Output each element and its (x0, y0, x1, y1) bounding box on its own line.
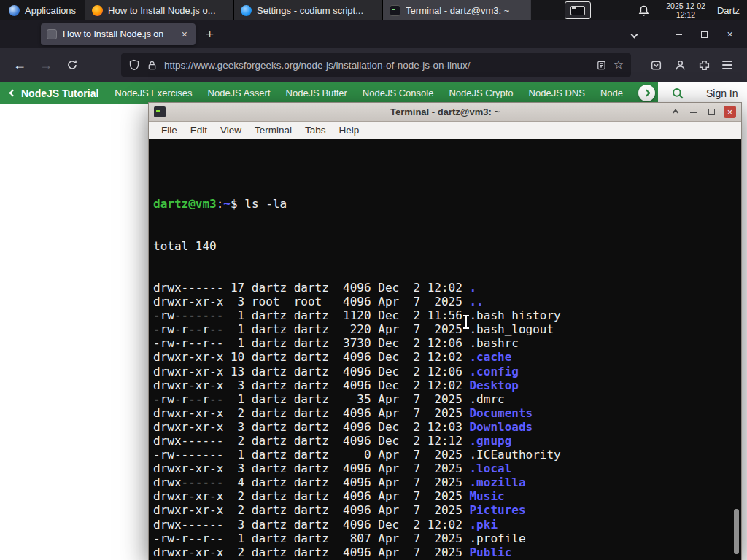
browser-tab-bar: How to Install Node.js on × + × (0, 20, 747, 48)
reload-button[interactable] (61, 54, 83, 76)
taskbar-window-title: How to Install Node.js o... (108, 5, 215, 16)
terminal-line: drwxr-xr-x 3 root root 4096 Apr 7 2025 .… (153, 295, 741, 308)
menu-terminal[interactable]: Terminal (248, 123, 298, 137)
reader-mode-icon[interactable] (596, 60, 607, 71)
forward-button[interactable]: → (35, 54, 57, 76)
terminal-minimize-button[interactable] (687, 106, 700, 118)
terminal-line: drwxr-xr-x 3 dartz dartz 4096 Dec 2 12:0… (153, 420, 741, 434)
terminal-maximize-button[interactable] (705, 106, 718, 118)
terminal-line: drwxr-xr-x 2 dartz dartz 4096 Apr 7 2025… (153, 545, 741, 559)
file-name: .bash_history (469, 308, 560, 322)
new-tab-button[interactable]: + (206, 26, 214, 42)
panel-username: Dartz (713, 0, 747, 20)
applications-menu[interactable]: Applications (0, 0, 85, 20)
tab-overflow-chevron-icon[interactable] (632, 32, 637, 37)
bookmark-star-icon[interactable]: ☆ (614, 59, 624, 71)
tray-terminal-icon[interactable] (565, 1, 591, 19)
panel-clock[interactable]: 2025-12-02 12:12 (659, 0, 713, 20)
url-text[interactable]: https://www.geeksforgeeks.org/node-js/in… (164, 60, 589, 71)
terminal-line: -rw-r--r-- 1 dartz dartz 220 Apr 7 2025 … (153, 322, 741, 336)
taskbar-window-title: Settings - codium script... (257, 5, 363, 16)
terminal-scrollbar-thumb[interactable] (734, 509, 739, 554)
account-icon[interactable] (674, 59, 686, 71)
codium-icon (241, 5, 252, 16)
directory-name: .. (469, 295, 483, 308)
prompt-separator: : (217, 197, 224, 211)
tab-title: How to Install Node.js on (63, 29, 174, 39)
menu-help[interactable]: Help (333, 123, 366, 137)
window-controls: × (632, 24, 747, 44)
directory-name: .local (469, 462, 511, 475)
terminal-window-controls: × (669, 106, 736, 118)
nav-item[interactable]: NodeJS Assert (208, 88, 271, 98)
terminal-close-button[interactable]: × (724, 106, 736, 118)
terminal-line: drwx------ 17 dartz dartz 4096 Dec 2 12:… (153, 281, 741, 295)
terminal-line: drwxr-xr-x 2 dartz dartz 4096 Apr 7 2025… (153, 503, 741, 517)
nav-item[interactable]: NodeJS DNS (529, 88, 585, 98)
browser-close-button[interactable]: × (717, 24, 743, 44)
back-button[interactable]: ← (9, 54, 31, 76)
menu-file[interactable]: File (155, 123, 184, 137)
taskbar-window-terminal[interactable]: Terminal - dartz@vm3: ~ (382, 0, 531, 20)
prompt-symbol: $ (231, 197, 238, 211)
browser-maximize-button[interactable] (692, 24, 717, 44)
nav-item[interactable]: Node (600, 88, 623, 98)
directory-name: .mozilla (469, 475, 525, 489)
taskbar-window-list: How to Install Node.js o... Settings - c… (85, 0, 531, 20)
total-line: total 140 (153, 239, 741, 253)
terminal-line: drwx------ 2 dartz dartz 4096 Dec 2 12:1… (153, 434, 741, 448)
directory-name: Music (469, 489, 504, 503)
nav-scroll-right-icon[interactable] (638, 85, 655, 101)
tab-close-button[interactable]: × (179, 28, 190, 40)
taskbar-window-codium[interactable]: Settings - codium script... (233, 0, 382, 20)
terminal-title-icon (154, 106, 166, 117)
terminal-shade-button[interactable] (669, 106, 681, 118)
menu-view[interactable]: View (214, 123, 248, 137)
site-nav-bar: NodeJS Tutorial NodeJS Exercises NodeJS … (0, 82, 747, 104)
terminal-titlebar[interactable]: Terminal - dartz@vm3: ~ × (149, 103, 741, 122)
tracking-shield-icon[interactable] (128, 59, 140, 71)
taskbar-window-firefox[interactable]: How to Install Node.js o... (85, 0, 233, 20)
notification-bell-icon[interactable] (629, 0, 659, 20)
lock-icon[interactable] (147, 60, 158, 71)
browser-tab[interactable]: How to Install Node.js on × (41, 23, 196, 45)
nav-item-tutorial[interactable]: NodeJS Tutorial (21, 88, 98, 99)
prompt-user-host: dartz@vm3 (153, 197, 217, 211)
directory-name: Pictures (469, 503, 525, 517)
directory-name: .config (469, 365, 518, 378)
nav-item[interactable]: NodeJS Exercises (115, 88, 192, 98)
nav-item[interactable]: NodeJS Console (363, 88, 434, 98)
directory-name: .gnupg (469, 434, 511, 448)
file-name: .bashrc (469, 336, 518, 350)
terminal-menubar: File Edit View Terminal Tabs Help (149, 122, 741, 139)
pocket-icon[interactable] (650, 59, 662, 71)
terminal-screen[interactable]: dartz@vm3:~$ ls -la total 140 drwx------… (149, 139, 741, 560)
taskbar: Applications How to Install Node.js o...… (0, 0, 747, 20)
menu-icon[interactable] (722, 58, 732, 71)
toolbar-actions (644, 58, 738, 71)
nav-scroll-left-icon[interactable] (0, 90, 21, 96)
terminal-line: drwxr-xr-x 3 dartz dartz 4096 Dec 2 12:0… (153, 378, 741, 392)
directory-name: Documents (469, 406, 533, 420)
terminal-line: drwx------ 3 dartz dartz 4096 Dec 2 12:0… (153, 518, 741, 532)
desktop: Applications How to Install Node.js o...… (0, 0, 747, 560)
prompt-line: dartz@vm3:~$ ls -la (153, 197, 741, 211)
sign-in-button[interactable]: Sign In (706, 88, 738, 99)
nav-item[interactable]: NodeJS Buffer (286, 88, 347, 98)
search-icon[interactable] (671, 87, 684, 100)
menu-tabs[interactable]: Tabs (298, 123, 333, 137)
prompt-path: ~ (223, 197, 231, 211)
browser-minimize-button[interactable] (666, 24, 692, 44)
directory-name: .cache (469, 350, 511, 364)
nav-item[interactable]: NodeJS Crypto (449, 88, 513, 98)
file-name: .profile (469, 532, 525, 545)
site-nav-right: Sign In (658, 82, 747, 104)
tray-terminal-glyph (570, 6, 585, 15)
terminal-icon (390, 5, 400, 16)
clock-date: 2025-12-02 (666, 1, 705, 10)
directory-name: Downloads (469, 420, 533, 434)
url-bar[interactable]: https://www.geeksforgeeks.org/node-js/in… (121, 53, 631, 77)
extensions-icon[interactable] (698, 59, 711, 71)
menu-edit[interactable]: Edit (184, 123, 214, 137)
terminal-window: Terminal - dartz@vm3: ~ × File Edit View… (148, 102, 742, 560)
